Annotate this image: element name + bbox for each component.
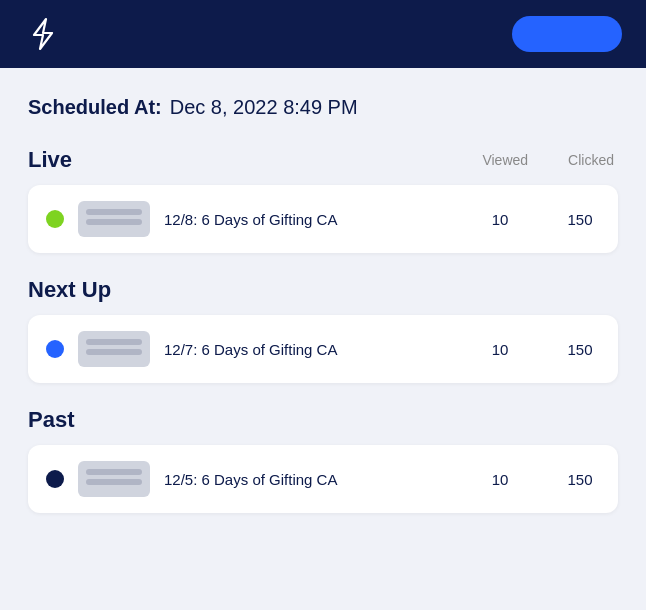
- section-title-past: Past: [28, 407, 74, 433]
- status-dot: [46, 210, 64, 228]
- section-title-live: Live: [28, 147, 72, 173]
- scheduled-at-row: Scheduled At: Dec 8, 2022 8:49 PM: [28, 96, 618, 119]
- header-button[interactable]: [512, 16, 622, 52]
- list-item[interactable]: 12/7: 6 Days of Gifting CA10150: [28, 315, 618, 383]
- stat-viewed: 10: [480, 211, 520, 228]
- header: [0, 0, 646, 68]
- stat-clicked: 150: [560, 341, 600, 358]
- card-stats: 10150: [480, 211, 600, 228]
- col-header-viewed: Viewed: [482, 152, 528, 168]
- section-title-next-up: Next Up: [28, 277, 111, 303]
- list-item[interactable]: 12/8: 6 Days of Gifting CA10150: [28, 185, 618, 253]
- stat-clicked: 150: [560, 211, 600, 228]
- status-dot: [46, 470, 64, 488]
- list-item[interactable]: 12/5: 6 Days of Gifting CA10150: [28, 445, 618, 513]
- col-header-clicked: Clicked: [568, 152, 614, 168]
- section-past: Past12/5: 6 Days of Gifting CA10150: [28, 407, 618, 513]
- card-stats: 10150: [480, 471, 600, 488]
- thumbnail: [78, 201, 150, 237]
- status-dot: [46, 340, 64, 358]
- section-live: LiveViewedClicked12/8: 6 Days of Gifting…: [28, 147, 618, 253]
- stat-viewed: 10: [480, 471, 520, 488]
- card-stats: 10150: [480, 341, 600, 358]
- scheduled-value: Dec 8, 2022 8:49 PM: [170, 96, 358, 119]
- main-content: Scheduled At: Dec 8, 2022 8:49 PM LiveVi…: [0, 68, 646, 557]
- section-header-live: LiveViewedClicked: [28, 147, 618, 173]
- col-headers: ViewedClicked: [482, 152, 618, 168]
- thumbnail: [78, 331, 150, 367]
- card-title: 12/5: 6 Days of Gifting CA: [164, 471, 466, 488]
- svg-marker-0: [34, 19, 52, 49]
- section-next-up: Next Up12/7: 6 Days of Gifting CA10150: [28, 277, 618, 383]
- section-header-past: Past: [28, 407, 618, 433]
- stat-viewed: 10: [480, 341, 520, 358]
- logo-icon: [24, 15, 62, 53]
- section-header-next-up: Next Up: [28, 277, 618, 303]
- stat-clicked: 150: [560, 471, 600, 488]
- card-title: 12/7: 6 Days of Gifting CA: [164, 341, 466, 358]
- card-title: 12/8: 6 Days of Gifting CA: [164, 211, 466, 228]
- thumbnail: [78, 461, 150, 497]
- scheduled-label: Scheduled At:: [28, 96, 162, 119]
